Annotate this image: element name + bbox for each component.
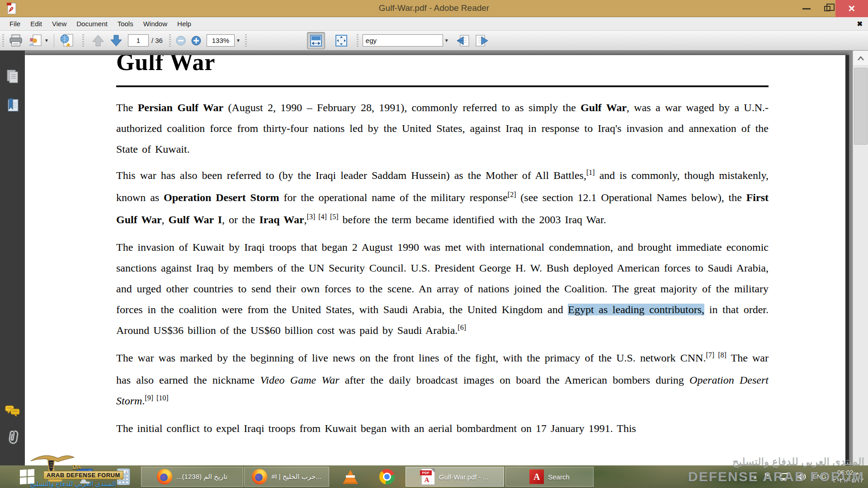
print-button[interactable] (6, 32, 25, 49)
adobe-reader-icon: A (529, 469, 544, 484)
collaborate-online-button[interactable]: ★ (57, 32, 77, 49)
taskbar-window-label: #I | حرب الخليج... (271, 473, 321, 481)
menu-edit[interactable]: Edit (25, 18, 47, 29)
zoom-out-button[interactable] (173, 32, 189, 49)
page-count-label: / 36 (151, 37, 163, 44)
clock[interactable]: 06:02 م ٢٠٢١/٠٥/١٣ (833, 469, 863, 484)
taskbar-window-label: ...تاريخ الم (1238) (176, 473, 227, 481)
taskbar-vlc[interactable] (340, 467, 361, 487)
search-input[interactable] (363, 34, 443, 47)
taskbar-remote-desktop[interactable] (72, 467, 97, 487)
chevron-up-icon (857, 56, 864, 61)
firefox-icon (252, 469, 267, 484)
windows-logo-icon (20, 469, 34, 484)
menu-tools[interactable]: Tools (113, 18, 138, 29)
printer-icon (9, 34, 23, 47)
comments-icon (5, 405, 21, 418)
zoom-in-button[interactable] (189, 32, 204, 49)
previous-page-button[interactable] (89, 32, 107, 49)
toolbar-grip (82, 34, 84, 47)
bookmarks-icon (5, 98, 20, 113)
svg-text:★: ★ (66, 41, 71, 48)
minimize-button[interactable] (797, 0, 816, 17)
adobe-reader-window: Gulf-War.pdf - Adobe Reader ✕ File Edit … (0, 0, 868, 488)
menu-document[interactable]: Document (71, 18, 112, 29)
pages-panel-button[interactable] (0, 66, 25, 87)
arrow-down-icon (109, 34, 123, 47)
system-tray: ▲ ENG 06:02 م ٢٠٢١/٠٥/١٣ (753, 465, 868, 488)
next-page-button[interactable] (107, 32, 125, 49)
close-document-icon[interactable]: ✖ (857, 20, 863, 28)
document-title: Gulf War (116, 55, 769, 75)
navigation-sidebar (0, 51, 25, 465)
taskbar-search-window[interactable]: A Search (505, 467, 594, 487)
taskbar-firefox-window-2[interactable]: #I | حرب الخليج... (244, 467, 329, 487)
share-dropdown-caret[interactable]: ▼ (44, 38, 49, 43)
taskbar-calculator[interactable]: 0 (112, 467, 135, 487)
volume-icon[interactable] (796, 472, 807, 481)
pdf-page: Gulf War The Persian Gulf War (August 2,… (25, 55, 849, 465)
bookmarks-panel-button[interactable] (0, 95, 25, 116)
taskbar-chrome[interactable] (376, 467, 398, 487)
arrow-up-icon (91, 34, 105, 47)
share-review-button[interactable]: ▼ (25, 32, 51, 49)
fit-width-button[interactable] (307, 32, 325, 49)
find-previous-button[interactable] (453, 32, 472, 49)
find-previous-icon (456, 34, 470, 47)
zoom-dropdown-caret[interactable]: ▼ (236, 38, 241, 43)
taskbar-firefox-window-1[interactable]: ...تاريخ الم (1238) (141, 467, 243, 487)
zoom-out-icon (175, 35, 186, 46)
vertical-scrollbar[interactable] (853, 51, 868, 465)
toolbar-grip (357, 34, 359, 47)
chrome-icon (379, 469, 395, 484)
vlc-cone-icon (343, 470, 358, 483)
network-icon[interactable] (779, 472, 790, 481)
firefox-icon (157, 469, 172, 484)
find-next-button[interactable] (472, 32, 491, 49)
paragraph: This war has also been referred to (by t… (116, 165, 769, 231)
close-button[interactable]: ✕ (835, 0, 868, 17)
find-next-icon (475, 34, 489, 47)
language-indicator[interactable]: ENG (813, 473, 826, 480)
taskbar: 0 ...تاريخ الم (1238) #I | حرب الخليج... (0, 465, 868, 488)
taskbar-pdf-window-active[interactable]: PDFA Gulf-War.pdf - ... (406, 467, 504, 487)
restore-button[interactable] (817, 0, 837, 17)
search-highlight: Egypt as leading contributors, (568, 304, 704, 315)
calculator-icon: 0 (117, 468, 130, 485)
action-center-flag-icon[interactable] (764, 472, 773, 481)
scrollbar-thumb[interactable] (854, 68, 868, 145)
document-viewport: Gulf War The Persian Gulf War (August 2,… (25, 51, 853, 465)
show-hidden-icons-button[interactable]: ▲ (753, 474, 758, 479)
pages-icon (6, 69, 19, 84)
paragraph: The war was marked by the beginning of l… (116, 347, 769, 413)
zoom-level-input[interactable] (207, 34, 235, 47)
attachments-panel-button[interactable] (0, 427, 25, 447)
search-dropdown-caret[interactable]: ▼ (444, 38, 449, 43)
taskbar-window-label: Search (548, 473, 570, 481)
start-button[interactable] (14, 467, 41, 487)
share-review-icon (28, 34, 43, 47)
menu-view[interactable]: View (47, 18, 71, 29)
scroll-up-button[interactable] (853, 51, 868, 66)
comments-panel-button[interactable] (0, 401, 25, 422)
toolbar: ▼ ★ / 36 (0, 31, 868, 51)
menu-window[interactable]: Window (138, 18, 172, 29)
globe-document-icon: ★ (59, 33, 75, 48)
toolbar-grip (245, 34, 247, 47)
menu-bar: File Edit View Document Tools Window Hel… (0, 17, 868, 31)
toolbar-grip (169, 34, 171, 47)
paragraph: The invasion of Kuwait by Iraqi troops t… (116, 237, 769, 342)
fit-page-button[interactable] (332, 32, 350, 49)
page-number-input[interactable] (128, 34, 149, 47)
menu-file[interactable]: File (5, 18, 25, 29)
zoom-in-icon (191, 35, 202, 46)
folder-icon (48, 472, 62, 482)
pdf-file-icon: PDFA (421, 469, 435, 485)
tray-time: 06:02 م (833, 469, 863, 477)
window-title: Gulf-War.pdf - Adobe Reader (0, 0, 868, 17)
title-bar: Gulf-War.pdf - Adobe Reader ✕ (0, 0, 868, 17)
taskbar-file-explorer[interactable] (45, 467, 65, 487)
toolbar-separator (54, 34, 54, 47)
menu-help[interactable]: Help (172, 18, 196, 29)
fit-page-icon (335, 34, 348, 47)
